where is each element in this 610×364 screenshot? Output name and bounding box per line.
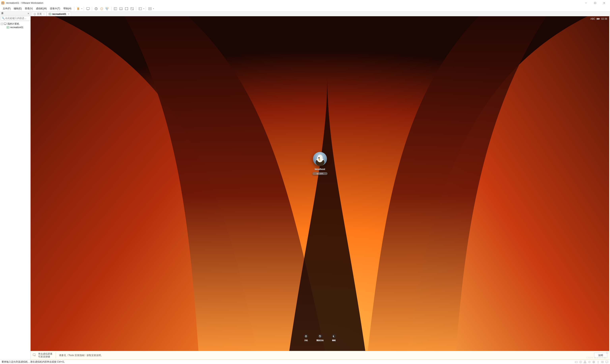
svg-point-40 [575, 362, 576, 362]
svg-rect-16 [114, 8, 117, 10]
view-fullscreen-button[interactable] [124, 6, 129, 11]
stretch-guest-button[interactable] [148, 6, 152, 11]
menu-tabs[interactable]: 选项卡(T) [48, 6, 62, 11]
hint-line1: 单击虚拟屏幕 [38, 352, 53, 355]
status-display-icon[interactable] [605, 360, 609, 364]
snapshot-take-button[interactable] [94, 6, 98, 11]
toolbar-separator [136, 7, 136, 11]
window-close-button[interactable] [600, 0, 609, 6]
menu-edit[interactable]: 编辑(E) [12, 6, 23, 11]
console-dropdown-icon[interactable]: ▾ [143, 8, 145, 10]
password-placeholder: 输入密码 [317, 173, 323, 175]
snapshot-manager-button[interactable] [105, 6, 110, 11]
sidebar-title: 库 [1, 12, 4, 15]
svg-rect-38 [33, 354, 35, 356]
sidebar-close-icon[interactable]: × [28, 12, 29, 15]
svg-rect-32 [597, 18, 599, 19]
send-ctrl-alt-del-button[interactable] [86, 6, 90, 11]
hint-separator [55, 352, 56, 358]
titlebar: recreation01 - VMware Workstation [0, 0, 610, 6]
battery-icon [596, 18, 600, 20]
tab-close-icon[interactable]: × [43, 13, 45, 15]
guest-login-panel: localhost 输入密码 [302, 152, 338, 175]
vm-running-icon [6, 26, 10, 29]
guest-wallpaper [31, 16, 609, 351]
sleep-icon [332, 334, 336, 338]
svg-point-12 [100, 8, 103, 10]
user-avatar[interactable] [313, 152, 327, 166]
status-devices [575, 360, 609, 364]
home-icon [34, 13, 36, 15]
guest-shutdown-button[interactable]: 关机 [304, 334, 308, 342]
svg-rect-45 [585, 363, 586, 363]
status-hdd-icon[interactable] [575, 360, 578, 364]
toolbar-separator [84, 7, 84, 11]
status-network-icon[interactable] [583, 360, 587, 364]
tree-collapse-icon[interactable]: − [1, 23, 3, 25]
window-title: recreation01 - VMware Workstation [6, 1, 43, 4]
computer-icon [4, 22, 7, 25]
menu-file[interactable]: 文件(F) [1, 6, 12, 11]
status-cd-icon[interactable] [579, 360, 582, 364]
menubar: 文件(F) 编辑(E) 查看(V) 虚拟机(M) 选项卡(T) 帮助(H) ▾ [0, 6, 610, 12]
tab-home[interactable]: 主页 × [32, 12, 46, 16]
hint-click-to-send-keys: 单击虚拟屏幕 可发送按键 [33, 352, 53, 358]
suspend-vm-button[interactable] [76, 6, 81, 11]
svg-rect-39 [575, 361, 577, 363]
hint-tools-text: 请参见《Tools 安装指南》获取安装说明。 [59, 354, 103, 357]
status-printer-icon[interactable] [592, 360, 595, 364]
password-input[interactable]: 输入密码 [312, 172, 328, 175]
sidebar-search: 🔍 ▼ [0, 15, 30, 21]
library-sidebar: 库 × 🔍 ▼ − 我的计算机 [0, 12, 31, 360]
tab-strip: 主页 × recreation01 × [31, 12, 610, 16]
status-bar: 要将输入定向到该虚拟机，请在虚拟机内部单击或按 Ctrl+G。 [0, 360, 610, 364]
power-dropdown-icon[interactable]: ▾ [81, 8, 83, 10]
status-text: 要将输入定向到该虚拟机，请在虚拟机内部单击或按 Ctrl+G。 [1, 360, 66, 364]
window-minimize-button[interactable] [582, 0, 591, 6]
tree-root-my-computer[interactable]: − 我的计算机 [0, 22, 30, 26]
svg-rect-8 [78, 8, 79, 10]
menu-vm[interactable]: 虚拟机(M) [34, 6, 48, 11]
svg-rect-18 [120, 8, 122, 10]
window-maximize-button[interactable] [591, 0, 600, 6]
guest-restart-button[interactable]: 重新启动 [317, 334, 324, 342]
menu-help[interactable]: 帮助(H) [62, 6, 73, 11]
stretch-dropdown-icon[interactable]: ▾ [153, 8, 154, 10]
tab-close-icon[interactable]: × [68, 13, 69, 15]
tab-vm-recreation01[interactable]: recreation01 × [47, 12, 71, 16]
vm-running-icon [49, 13, 51, 15]
status-camera-icon[interactable] [601, 360, 604, 364]
svg-rect-43 [584, 361, 586, 362]
tree-root-label: 我的计算机 [7, 22, 19, 26]
sidebar-header: 库 × [0, 12, 30, 15]
svg-point-14 [107, 8, 109, 9]
svg-point-13 [106, 8, 107, 9]
tools-guide-link[interactable]: Tools 安装指南 [69, 354, 84, 357]
snapshot-revert-button[interactable] [99, 6, 104, 11]
svg-point-42 [580, 362, 581, 362]
guest-sleep-button[interactable]: 睡眠 [332, 334, 336, 342]
watermark-text: CSDN 文上小小脑 [586, 356, 606, 359]
status-sound-icon[interactable] [588, 360, 591, 364]
main-area: 主页 × recreation01 × [31, 12, 610, 360]
svg-rect-53 [606, 361, 608, 363]
hint-line2: 可发送按键 [38, 355, 50, 358]
search-icon: 🔍 [2, 17, 5, 20]
console-button[interactable] [138, 6, 143, 11]
guest-menubar-right: ABC 02:38 [590, 17, 607, 20]
menu-view[interactable]: 查看(V) [23, 6, 34, 11]
view-unity-button[interactable] [130, 6, 135, 11]
view-side-panel-button[interactable] [113, 6, 118, 11]
view-thumbnail-button[interactable] [119, 6, 123, 11]
svg-rect-44 [584, 363, 585, 363]
svg-rect-2 [2, 3, 3, 3]
vm-console[interactable]: ABC 02:38 [31, 16, 609, 351]
input-source-indicator[interactable]: ABC [590, 17, 595, 20]
guest-clock: 02:38 [601, 17, 607, 20]
hintbar-expand-icon[interactable] [606, 352, 608, 353]
svg-point-35 [319, 157, 319, 158]
tree-vm-recreation01[interactable]: recreation01 [0, 26, 30, 29]
svg-rect-4 [594, 2, 596, 4]
svg-point-15 [107, 9, 108, 10]
status-usb-icon[interactable] [596, 360, 600, 364]
